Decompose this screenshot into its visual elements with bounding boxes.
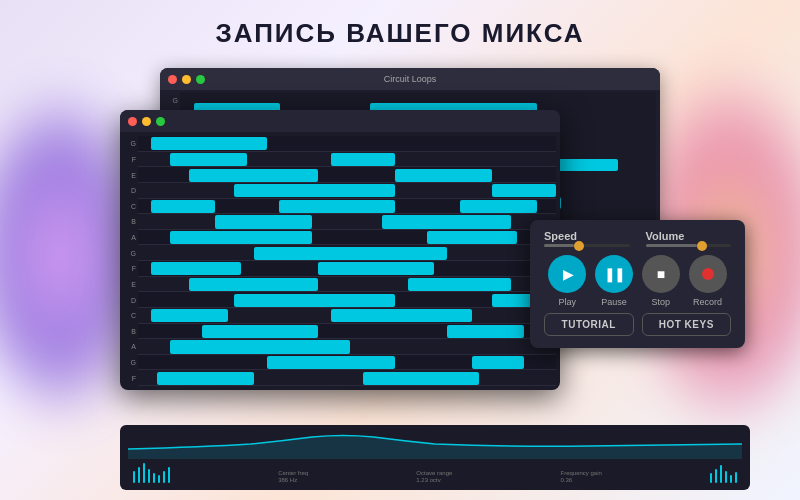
note[interactable] <box>202 325 318 338</box>
note[interactable] <box>157 372 253 385</box>
note[interactable] <box>254 247 447 260</box>
note[interactable] <box>151 137 267 150</box>
note[interactable] <box>492 184 556 197</box>
titlebar-back: Circuit Loops <box>160 68 660 90</box>
window-main: G F E D C B A G F E D C B A G F <box>120 110 560 390</box>
titlebar-main <box>120 110 560 132</box>
note[interactable] <box>151 309 228 322</box>
hot-keys-button[interactable]: HOT KEYS <box>642 313 732 336</box>
eq-panel: Center freq 386 Hz Octave range 1.23 oct… <box>120 425 750 490</box>
play-button[interactable]: ▶ Play <box>548 255 586 307</box>
close-btn-main[interactable] <box>128 117 137 126</box>
note[interactable] <box>234 294 395 307</box>
speed-label: Speed <box>544 230 630 242</box>
note[interactable] <box>395 169 491 182</box>
grid-area <box>138 136 556 386</box>
note[interactable] <box>267 356 396 369</box>
app-title-back: Circuit Loops <box>160 74 660 84</box>
note[interactable] <box>382 215 511 228</box>
record-dot <box>702 268 714 280</box>
octave-range: 1.23 octv <box>416 477 452 483</box>
note[interactable] <box>279 200 395 213</box>
stop-button[interactable]: ■ Stop <box>642 255 680 307</box>
note[interactable] <box>447 325 524 338</box>
freq-gain: 0.36 <box>560 477 601 483</box>
tutorial-button[interactable]: TUTORIAL <box>544 313 634 336</box>
piano-roll: G F E D C B A G F E D C B A G F <box>120 132 560 390</box>
center-freq: 386 Hz <box>278 477 308 483</box>
note[interactable] <box>151 262 241 275</box>
note[interactable] <box>234 184 395 197</box>
page-title: ЗАПИСЬ ВАШЕГО МИКСА <box>0 18 800 49</box>
note[interactable] <box>170 153 247 166</box>
pause-button[interactable]: ❚❚ Pause <box>595 255 633 307</box>
note[interactable] <box>189 278 318 291</box>
volume-label: Volume <box>646 230 732 242</box>
note[interactable] <box>427 231 517 244</box>
eq-curve <box>128 429 742 459</box>
note[interactable] <box>170 340 350 353</box>
note-g: G <box>164 97 180 104</box>
minimize-btn-main[interactable] <box>142 117 151 126</box>
note[interactable] <box>151 200 215 213</box>
note-labels: G F E D C B A G F E D C B A G F <box>120 136 138 386</box>
action-buttons: TUTORIAL HOT KEYS <box>544 313 731 336</box>
note[interactable] <box>472 356 523 369</box>
note[interactable] <box>318 262 434 275</box>
note[interactable] <box>189 169 318 182</box>
sliders-row: Speed Volume <box>544 230 731 247</box>
maximize-btn-main[interactable] <box>156 117 165 126</box>
note[interactable] <box>460 200 537 213</box>
control-panel: Speed Volume ▶ Play <box>530 220 745 348</box>
record-button[interactable]: Record <box>689 255 727 307</box>
note[interactable] <box>408 278 511 291</box>
note[interactable] <box>170 231 311 244</box>
note[interactable] <box>331 309 472 322</box>
notes-layer <box>138 136 556 386</box>
playback-buttons: ▶ Play ❚❚ Pause ■ Stop Record <box>544 255 731 307</box>
note[interactable] <box>331 153 395 166</box>
note[interactable] <box>215 215 311 228</box>
note[interactable] <box>363 372 479 385</box>
